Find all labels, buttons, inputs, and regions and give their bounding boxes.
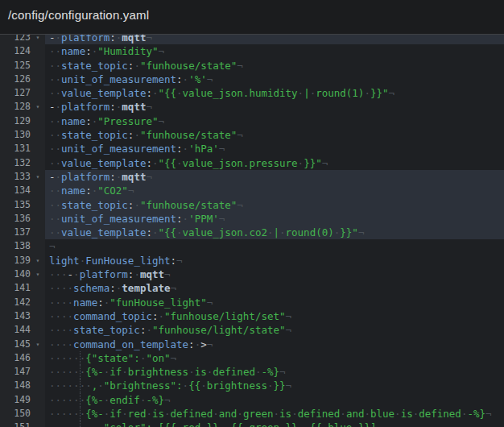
code-token: "Humidity" <box>97 45 158 57</box>
whitespace-dots: · <box>395 408 401 420</box>
code-line[interactable]: ··unit_of_measurement:·'hPa'¬ <box>45 142 504 155</box>
code-token: : <box>109 101 116 113</box>
line-number: 147 <box>0 365 31 379</box>
code-line[interactable]: ····name:·"funHouse_light"¬ <box>45 296 504 309</box>
whitespace-dots: · <box>176 87 183 99</box>
fold-spacer <box>31 407 45 421</box>
code-token: unit_of_measurement <box>61 143 176 155</box>
line-number: 126 <box>0 73 31 86</box>
line-number: 125 <box>0 59 31 73</box>
code-line[interactable]: ······{%-·endif·-%}¬ <box>45 393 504 407</box>
whitespace-dots: · <box>352 421 358 427</box>
gutter-cell: 141 <box>0 281 45 295</box>
code-line[interactable]: ······{%-·if·brightness·is·defined·-%}¬ <box>45 365 504 379</box>
code-line[interactable]: ···-·platform:·mqtt¬ <box>45 267 504 281</box>
editor-row: 137··value_template:·"{{·value_json.co2·… <box>0 226 504 239</box>
whitespace-dots: · <box>122 366 128 378</box>
fold-arrow-icon[interactable]: ▾ <box>31 267 45 281</box>
line-number: 150 <box>0 407 31 421</box>
code-token: state_topic <box>61 199 128 211</box>
code-token: : <box>146 226 152 238</box>
code-token: - <box>49 35 56 44</box>
line-number: 142 <box>0 296 31 309</box>
fold-arrow-icon[interactable]: ▾ <box>31 254 45 267</box>
code-token: "color": <box>104 421 152 427</box>
whitespace-dots: · <box>152 421 159 427</box>
whitespace-dots: ·· <box>49 45 61 57</box>
code-line[interactable]: ··state_topic:·"funhouse/state"¬ <box>45 198 504 212</box>
code-line[interactable]: -·platform:·mqtt¬ <box>45 170 504 184</box>
code-token: state_topic <box>61 129 128 141</box>
code-token: is <box>152 408 164 420</box>
code-line[interactable]: ··value_template:·"{{·value_json.co2·|·r… <box>45 226 504 239</box>
whitespace-dots: · <box>274 408 280 420</box>
code-token: defined <box>298 408 341 420</box>
fold-spacer <box>31 184 45 197</box>
newline-mark: ¬ <box>159 45 165 57</box>
code-token: -%} <box>261 366 279 378</box>
code-line[interactable]: light·FunHouse_light:¬ <box>45 254 504 267</box>
code-line[interactable]: ····command_topic:·"funhouse/light/set"¬ <box>45 309 504 323</box>
code-token: mqtt <box>122 171 146 183</box>
code-line[interactable]: ··state_topic:·"funhouse/state"¬ <box>45 128 504 142</box>
editor-row: 141····schema:·template¬ <box>0 281 504 295</box>
code-line[interactable]: ····command_on_template:·>¬ <box>45 338 504 351</box>
whitespace-dots: · <box>279 226 286 238</box>
editor-row: 135··state_topic:·"funhouse/state"¬ <box>0 198 504 212</box>
whitespace-dots: · <box>122 408 128 420</box>
editor-row: 129··name:·"Pressure"¬ <box>0 114 504 128</box>
fold-arrow-icon[interactable]: ▾ <box>31 35 45 44</box>
gutter-cell: 136 <box>0 212 45 226</box>
editor-row: 134··name:·"CO2"¬ <box>0 184 504 197</box>
fold-arrow-icon[interactable]: ▾ <box>31 170 45 184</box>
gutter-cell: 132 <box>0 156 45 170</box>
code-line[interactable]: -·platform:·mqtt¬ <box>45 100 504 114</box>
fold-spacer <box>31 156 45 170</box>
line-number: 128 <box>0 100 31 114</box>
whitespace-dots: ···· <box>49 338 73 350</box>
code-token: : <box>176 73 183 85</box>
whitespace-dots: · <box>164 408 171 420</box>
fold-arrow-icon[interactable]: ▾ <box>31 100 45 114</box>
code-line[interactable]: ··name:·"CO2"¬ <box>45 184 504 197</box>
code-line[interactable]: -·platform:·mqtt¬ <box>45 35 504 44</box>
line-number: 149 <box>0 393 31 407</box>
gutter-cell: 133▾ <box>0 170 45 184</box>
code-token: : <box>85 184 92 197</box>
indent-guide <box>80 393 81 407</box>
code-line[interactable]: ·······,·"color":·[{{·red·}},·{{·green·}… <box>45 421 504 427</box>
code-line[interactable]: ··value_template:·"{{·value_json.humidit… <box>45 86 504 100</box>
code-line[interactable]: ··name:·"Humidity"¬ <box>45 44 504 58</box>
whitespace-dots: ·· <box>49 73 61 85</box>
whitespace-dots: · <box>183 379 189 392</box>
code-line[interactable]: ······{%-·if·red·is·defined·and·green·is… <box>45 407 504 421</box>
newline-mark: ¬ <box>485 408 492 420</box>
whitespace-dots: ···· <box>49 324 73 336</box>
fold-spacer <box>31 421 45 427</box>
code-token: "{{ <box>158 157 176 169</box>
code-line[interactable]: ····state_topic:·"funhouse/light/state"¬ <box>45 323 504 337</box>
fold-arrow-icon[interactable]: ▾ <box>31 338 45 351</box>
code-line[interactable]: ····schema:·template¬ <box>45 281 504 295</box>
whitespace-dots: · <box>134 60 140 72</box>
code-line[interactable]: ······{"state":·"on"¬ <box>45 351 504 365</box>
code-token: 'hPa' <box>188 143 219 155</box>
code-token: : <box>109 35 116 44</box>
code-line[interactable]: ¬ <box>45 239 504 253</box>
gutter-cell: 148 <box>0 379 45 392</box>
editor-row: 126··unit_of_measurement:·'%'¬ <box>0 73 504 86</box>
whitespace-dots: · <box>56 171 62 183</box>
code-token: {%- <box>85 394 104 406</box>
code-line[interactable]: ··unit_of_measurement:·'%'¬ <box>45 73 504 86</box>
code-token: "funhouse/state" <box>140 60 237 72</box>
code-line[interactable]: ·······,·"brightness":·{{·brightness·}}¬ <box>45 379 504 392</box>
code-token: : <box>176 143 183 155</box>
code-line[interactable]: ··value_template:·"{{·value_json.pressur… <box>45 156 504 170</box>
code-rows: 123▾-·platform:·mqtt¬124··name:·"Humidit… <box>0 35 504 427</box>
code-token: if <box>109 408 122 420</box>
whitespace-dots: · <box>183 143 189 155</box>
code-editor[interactable]: 123▾-·platform:·mqtt¬124··name:·"Humidit… <box>0 35 504 427</box>
code-line[interactable]: ··name:·"Pressure"¬ <box>45 114 504 128</box>
code-line[interactable]: ··state_topic:·"funhouse/state"¬ <box>45 59 504 73</box>
code-line[interactable]: ··unit_of_measurement:·'PPM'¬ <box>45 212 504 226</box>
